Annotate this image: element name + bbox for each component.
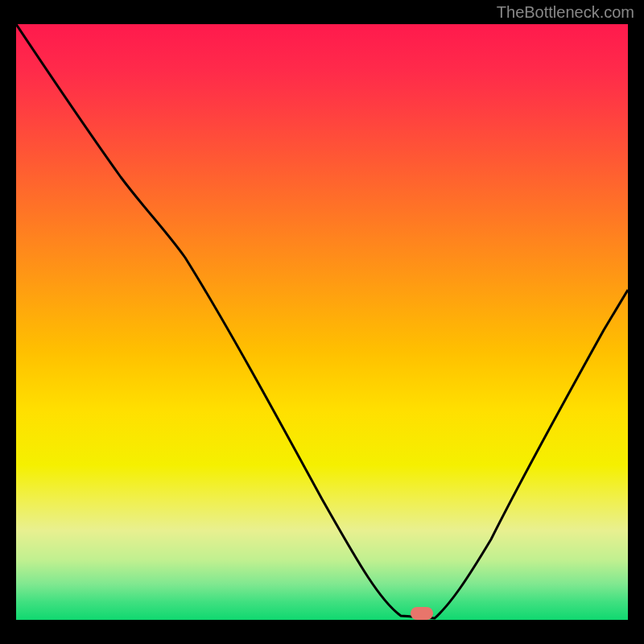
optimal-marker [411,607,433,620]
bottleneck-curve [16,24,628,618]
watermark-text: TheBottleneck.com [497,3,634,22]
plot-area [16,24,628,620]
curve-svg [16,24,628,620]
